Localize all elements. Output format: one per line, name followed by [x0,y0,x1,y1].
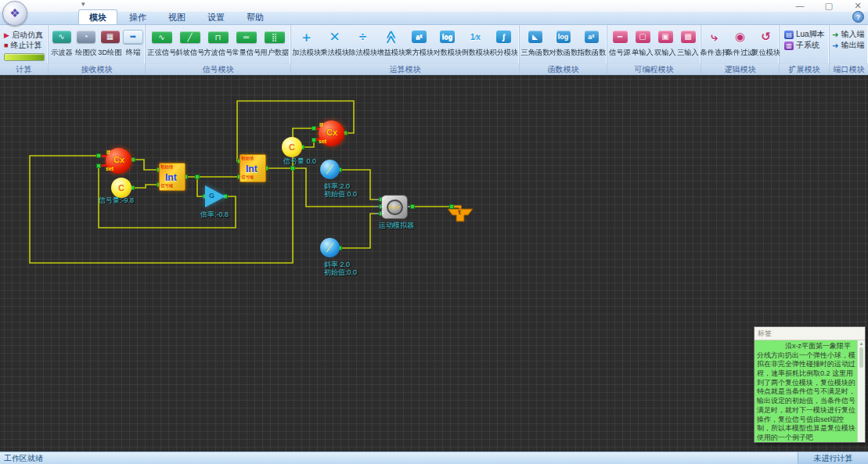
ribbon-item-integral-module[interactable]: ∫ 积分模块 [490,27,518,58]
wire-junction[interactable] [450,205,454,209]
block-integrator-b[interactable]: 初始值 Int 信号端 [240,154,266,182]
maximize-button[interactable]: ▢ [823,0,834,11]
block-gain[interactable]: G [205,185,225,207]
ribbon-item-output-port[interactable]: ➜ 输出端 [832,40,864,51]
annotation-note[interactable]: 标签 沿x-z平面第一象限平分线方向扔出一个弹性小球，模拟在非完全弹性碰撞时的运… [754,326,866,443]
add-icon: ＋ [300,27,313,46]
trig-function-icon: ◣ [528,31,542,43]
ribbon-group-receive-modules: ∿ 示波器 ◔ 绘图仪 ▦ 3D绘图 ➥ 终端 接收模块 [49,25,146,74]
ribbon-item-triple-input[interactable]: ▩ 三输入 [677,27,700,58]
note-title: 标签 [755,327,865,340]
ribbon-item-log-module[interactable]: log 对数模块 [434,27,462,58]
tab-view[interactable]: 视图 [158,10,196,24]
reset-if-port-label: If [319,122,322,128]
ribbon-item-plotter[interactable]: ◔ 绘图仪 [74,27,98,58]
tab-settings[interactable]: 设置 [197,10,235,24]
terminal-block-text: τ [458,208,461,216]
stop-calculation-button[interactable]: ■ 终止计算 [4,40,41,50]
minimize-button[interactable]: — [794,0,805,11]
model-canvas[interactable]: If Cx set C 信号量:-9.8 初始值 Int 信号端 G 倍率:-0… [0,75,868,451]
quick-access-dropdown-icon[interactable]: ▾ [81,0,85,8]
wire-junction[interactable] [97,154,101,158]
square-signal-icon: ⊓ [208,31,229,43]
ramp-signal-icon: ╱ [180,31,200,43]
lua-script-icon: ▤ [784,31,794,39]
start-simulation-button[interactable]: ▶ 启动仿真 [4,30,43,40]
block-ramp-signal-a[interactable]: ╱ [320,160,340,179]
tab-operations[interactable]: 操作 [119,10,157,24]
wire-junction[interactable] [312,127,316,131]
ribbon-item-reciprocal-module[interactable]: 1∕x 倒数模块 [462,27,490,58]
ribbon-item-divide-module[interactable]: ÷ 除法模块 [349,27,377,58]
output-port-icon: ➜ [832,41,838,50]
ribbon-item-multiply-module[interactable]: ✕ 乘法模块 [321,27,349,58]
wire[interactable] [340,214,381,248]
ribbon-item-condition-filter[interactable]: ◉ 条件过滤 [727,27,753,58]
ribbon-item-signal-source[interactable]: ━ 信号源 [609,27,632,58]
ribbon-item-log-function[interactable]: log 对数函数 [549,27,578,58]
oscilloscope-icon: ∿ [52,31,71,43]
wire-junction[interactable] [312,138,316,142]
scrollbar-thumb[interactable] [859,347,863,368]
double-input-icon: ▣ [658,31,673,43]
ribbon-item-power-module[interactable]: aˣ 乘方模块 [405,27,434,58]
ribbon-item-constant-signal[interactable]: ═ 常量信号 [232,27,261,58]
reset-set-port-label: set [319,138,326,144]
ribbon-item-sine-signal[interactable]: ∿ 正弦信号 [148,27,176,58]
scroll-up-icon[interactable]: ▲ [859,341,864,346]
ribbon-item-exp-function[interactable]: aˣ 指数函数 [578,27,606,58]
ribbon-item-ramp-signal[interactable]: ╱ 斜坡信号 [176,27,204,58]
ribbon-item-add-module[interactable]: ＋ 加法模块 [293,27,321,58]
ramp-curve-icon: ╱ [326,243,333,254]
ribbon-item-square-signal[interactable]: ⊓ 方波信号 [204,27,232,58]
wire-junction[interactable] [97,164,101,168]
wire-layer [0,75,868,451]
block-integrator-a[interactable]: 初始值 Int 信号端 [159,163,185,191]
ribbon-item-gain-module[interactable]: ≪ 增益模块 [377,27,405,58]
wire-junction[interactable] [291,167,295,171]
ribbon-item-subsystem[interactable]: ▥ 子系统 [784,40,819,51]
ribbon-item-oscilloscope[interactable]: ∿ 示波器 [49,27,74,58]
close-button[interactable]: ✕ [852,0,863,11]
ribbon-item-double-input[interactable]: ▣ 双输入 [654,27,677,58]
start-simulation-label: 启动仿真 [12,30,43,41]
ribbon-group-logic-modules: ⤷ 条件选择 ◉ 条件过滤 ↺ 复位模块 逻辑模块 [701,25,780,74]
motion-simulator-label: 运动模拟器 [379,221,414,231]
wire[interactable] [197,177,205,196]
group-label-signal: 信号模块 [146,63,290,74]
tab-modules[interactable]: 模块 [78,9,117,24]
block-reset-module-b[interactable]: If Cx set [319,120,344,146]
ribbon-item-terminal[interactable]: ➥ 终端 [122,27,144,58]
app-logo[interactable]: ❖ [2,1,27,26]
wire[interactable] [133,160,159,170]
ribbon-item-3d-plot[interactable]: ▦ 3D绘图 [98,27,122,58]
ribbon-item-condition-select[interactable]: ⤷ 条件选择 [701,27,727,58]
signal-source-icon: ━ [613,31,628,43]
block-reset-module-a[interactable]: If Cx set [106,148,131,174]
ribbon-item-reset-module[interactable]: ↺ 复位模块 [753,27,779,58]
note-scrollbar[interactable]: ▲ [857,340,865,442]
ribbon-item-user-data[interactable]: ⣿ 用户数据 [261,27,289,58]
wire[interactable] [132,185,159,188]
motion-play-text: PLAY [389,205,401,210]
tab-help[interactable]: 帮助 [236,10,274,24]
ribbon-group-extension-modules: ▤ Lua脚本 ▥ 子系统 扩展模块 [780,25,830,74]
block-constant-b[interactable]: C [282,137,302,157]
group-label-operation: 运算模块 [291,63,519,74]
block-ramp-signal-b[interactable]: ╱ [320,238,340,257]
ribbon-item-lua-script[interactable]: ▤ Lua脚本 [784,29,825,40]
ramp-a-init-label: 初始值 0.0 [324,189,357,200]
wire-junction[interactable] [411,205,415,209]
block-motion-simulator[interactable]: 1 2 3 PLAY [381,195,408,219]
constant-b-value-label: 信号量 0.0 [283,156,316,167]
wire-junction[interactable] [131,158,135,162]
group-label-extension: 扩展模块 [780,63,829,74]
ribbon-item-input-port[interactable]: ➜ 输入端 [832,29,864,40]
wire-junction[interactable] [196,175,200,179]
ribbon-item-trig-function[interactable]: ◣ 三角函数 [521,27,549,58]
help-icon[interactable]: ? [852,11,864,23]
integrator-init-port-label: 初始值 [241,156,254,162]
motion-port-3-label: 3 [381,210,384,215]
ribbon-item-single-input[interactable]: ▢ 单输入 [632,27,654,58]
triple-input-icon: ▩ [681,31,696,43]
